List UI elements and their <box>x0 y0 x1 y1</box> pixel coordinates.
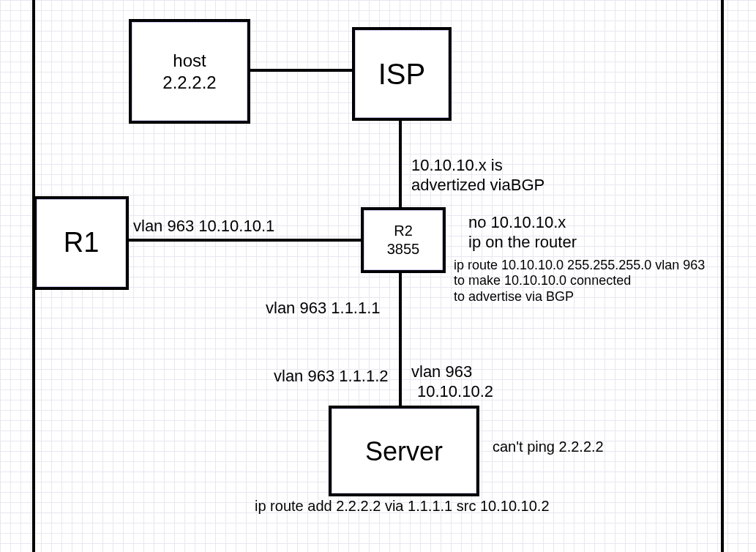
node-host: host 2.2.2.2 <box>129 19 250 124</box>
route-label-2: to make 10.10.10.0 connected <box>454 273 631 288</box>
link-host-isp <box>246 69 353 72</box>
isp-label: ISP <box>378 56 425 92</box>
route-label-1: ip route 10.10.10.0 255.255.255.0 vlan 9… <box>454 258 705 273</box>
frame-right <box>721 0 724 552</box>
node-isp: ISP <box>352 27 452 121</box>
bgp-label-1: 10.10.10.x is <box>411 156 503 175</box>
r1-link-label: vlan 963 10.10.10.1 <box>133 217 274 236</box>
r2-label-2: 3855 <box>387 240 420 258</box>
link-r2-server <box>399 268 402 407</box>
top-vlan-label: vlan 963 1.1.1.1 <box>266 299 381 318</box>
noip-label-2: ip on the router <box>468 233 577 252</box>
server-label: Server <box>365 435 443 468</box>
host-label-1: host <box>173 50 206 72</box>
node-r2: R2 3855 <box>361 207 446 273</box>
server-route-label: ip route add 2.2.2.2 via 1.1.1.1 src 10.… <box>255 498 550 515</box>
route-label-3: to advertise via BGP <box>454 289 574 305</box>
diagram-canvas: host 2.2.2.2 ISP R1 R2 3855 Server 10.10… <box>0 0 756 552</box>
srv-vlan-label-1: vlan 963 <box>411 362 472 381</box>
srv-vlan-label-2: 10.10.10.2 <box>417 382 493 401</box>
r2-label-1: R2 <box>394 222 413 240</box>
bgp-label-2: advertized viaBGP <box>411 176 544 195</box>
cant-ping-label: can't ping 2.2.2.2 <box>493 439 604 455</box>
host-label-2: 2.2.2.2 <box>162 72 216 94</box>
node-server: Server <box>329 406 479 496</box>
noip-label-1: no 10.10.10.x <box>468 213 566 232</box>
r1-label: R1 <box>64 225 100 261</box>
bot-vlan-label: vlan 963 1.1.1.2 <box>274 367 389 386</box>
link-isp-r2 <box>399 116 402 209</box>
link-r1-r2 <box>124 239 362 242</box>
node-r1: R1 <box>34 196 129 290</box>
